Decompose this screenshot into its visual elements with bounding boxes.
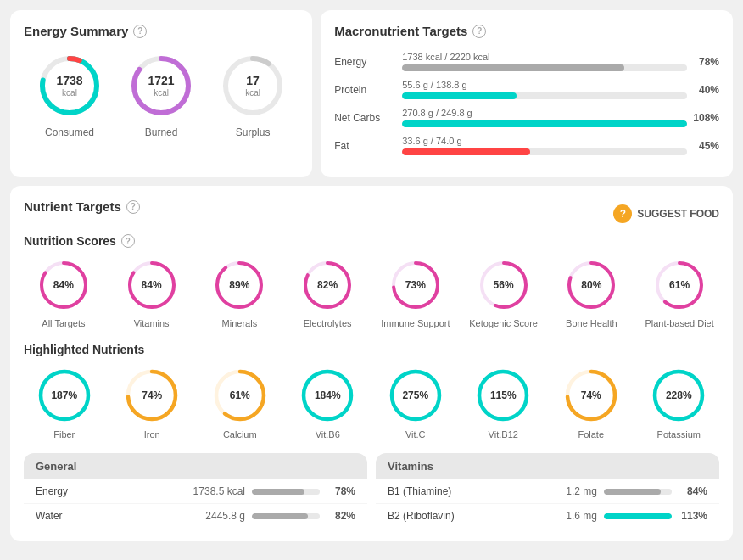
- highlight-pct: 115%: [490, 389, 517, 401]
- score-pct: 61%: [669, 279, 690, 291]
- score-pct: 80%: [581, 279, 601, 291]
- score-ring: 84%: [36, 258, 91, 312]
- scores-help-icon[interactable]: ?: [121, 234, 135, 248]
- highlight-pct: 74%: [581, 389, 601, 401]
- table-row: B2 (Riboflavin) 1.6 mg 113%: [376, 504, 719, 528]
- highlight-label: Fiber: [53, 429, 75, 440]
- surplus-value: 17 kcal: [245, 74, 260, 98]
- top-row: Energy Summary ? 1738 kcal: [10, 10, 733, 177]
- macro-rows: Energy 1738 kcal / 2220 kcal 78% Protein…: [334, 52, 719, 155]
- macro-row: Protein 55.6 g / 138.8 g 40%: [334, 80, 719, 99]
- macro-bar-track: [402, 148, 687, 155]
- score-ring: 56%: [477, 258, 531, 312]
- macro-values: 33.6 g / 74.0 g: [402, 136, 687, 146]
- highlight-label: Vit.B12: [489, 429, 518, 440]
- score-item: 56% Ketogenic Score: [464, 258, 544, 329]
- macro-bar-track: [402, 64, 687, 71]
- highlight-pct: 74%: [142, 389, 162, 401]
- macro-targets-title: Macronutrient Targets ?: [334, 24, 719, 38]
- consumed-value: 1738 kcal: [56, 74, 82, 98]
- general-table: General Energy 1738.5 kcal 78% Water 244…: [24, 453, 367, 528]
- highlight-pct: 275%: [402, 389, 428, 401]
- bottom-tables: General Energy 1738.5 kcal 78% Water 244…: [24, 453, 719, 528]
- nutrient-targets-card: Nutrient Targets ? ? SUGGEST FOOD Nutrit…: [10, 186, 733, 541]
- table-cell-bar: [252, 513, 320, 519]
- score-pct: 84%: [142, 279, 162, 291]
- burned-ring: 1721 kcal: [127, 52, 195, 120]
- nutrient-help-icon[interactable]: ?: [126, 200, 140, 214]
- table-cell-name: Water: [36, 510, 177, 522]
- consumed-item: 1738 kcal Consumed: [36, 52, 103, 138]
- macro-bar-area: 55.6 g / 138.8 g: [402, 80, 687, 99]
- score-ring: 61%: [652, 258, 707, 312]
- macro-pct: 108%: [687, 112, 719, 124]
- macro-values: 1738 kcal / 2220 kcal: [402, 52, 687, 62]
- highlight-item: 61% Calcium: [199, 367, 281, 440]
- macro-bar-fill: [402, 120, 687, 127]
- score-label: Bone Health: [566, 317, 617, 329]
- score-ring: 73%: [388, 258, 443, 312]
- macro-name: Energy: [334, 56, 402, 68]
- highlight-ring: 74%: [123, 367, 181, 424]
- energy-summary-title: Energy Summary ?: [24, 24, 299, 38]
- macro-bar-area: 1738 kcal / 2220 kcal: [402, 52, 687, 71]
- suggest-food-button[interactable]: ? SUGGEST FOOD: [613, 204, 719, 223]
- macro-targets-card: Macronutrient Targets ? Energy 1738 kcal…: [321, 10, 733, 177]
- highlight-ring: 115%: [474, 367, 532, 424]
- score-pct: 73%: [405, 279, 426, 291]
- highlight-ring: 61%: [211, 367, 269, 424]
- score-label: All Targets: [42, 317, 85, 329]
- score-ring: 82%: [300, 258, 355, 312]
- score-ring: 89%: [212, 258, 266, 312]
- highlight-pct: 184%: [315, 389, 341, 401]
- score-pct: 82%: [317, 279, 338, 291]
- score-label: Electrolytes: [304, 317, 352, 329]
- highlight-ring: 187%: [36, 367, 93, 424]
- energy-help-icon[interactable]: ?: [133, 25, 147, 38]
- suggest-icon: ?: [613, 204, 632, 223]
- surplus-item: 17 kcal Surplus: [219, 52, 287, 138]
- highlights-row: 187% Fiber 74% Iron 61% Calcium 184% Vit…: [24, 367, 719, 440]
- highlight-item: 115% Vit.B12: [463, 367, 545, 440]
- highlight-ring: 275%: [387, 367, 444, 424]
- table-bar-track: [252, 489, 320, 495]
- highlight-pct: 187%: [51, 389, 77, 401]
- score-item: 80% Bone Health: [552, 258, 632, 329]
- macro-pct: 78%: [687, 56, 719, 68]
- table-bar-fill: [252, 489, 304, 495]
- energy-summary-card: Energy Summary ? 1738 kcal: [10, 10, 312, 177]
- macro-name: Fat: [334, 140, 402, 152]
- score-item: 84% Vitamins: [112, 258, 192, 329]
- score-ring: 84%: [125, 258, 179, 312]
- highlight-label: Calcium: [223, 429, 257, 440]
- score-item: 84% All Targets: [24, 258, 103, 329]
- nutrient-header: Nutrient Targets ? ? SUGGEST FOOD: [24, 199, 719, 227]
- energy-circles: 1738 kcal Consumed 1721: [24, 52, 299, 138]
- macro-bar-fill: [402, 92, 516, 99]
- highlight-pct: 228%: [666, 389, 692, 401]
- macro-row: Energy 1738 kcal / 2220 kcal 78%: [334, 52, 719, 71]
- highlight-ring: 228%: [650, 367, 707, 424]
- vitamins-table: Vitamins B1 (Thiamine) 1.2 mg 84% B2 (Ri…: [376, 453, 719, 528]
- highlight-item: 74% Folate: [550, 367, 632, 440]
- score-ring: 80%: [564, 258, 618, 312]
- macro-bar-area: 270.8 g / 249.8 g: [402, 108, 687, 127]
- table-cell-pct: 113%: [679, 510, 707, 522]
- table-bar-track: [604, 513, 672, 519]
- score-item: 61% Plant-based Diet: [640, 258, 719, 329]
- score-item: 73% Immune Support: [376, 258, 455, 329]
- consumed-ring: 1738 kcal: [36, 52, 103, 120]
- highlight-label: Vit.B6: [316, 429, 340, 440]
- table-cell-value: 1.6 mg: [529, 510, 597, 522]
- highlight-label: Iron: [144, 429, 160, 440]
- table-bar-fill: [604, 489, 661, 495]
- main-container: Energy Summary ? 1738 kcal: [0, 0, 743, 552]
- highlight-item: 228% Potassium: [639, 367, 720, 440]
- highlight-label: Folate: [578, 429, 604, 440]
- vitamins-table-header: Vitamins: [376, 453, 719, 479]
- macro-pct: 45%: [687, 140, 719, 152]
- highlight-label: Potassium: [657, 429, 701, 440]
- highlight-ring: 184%: [299, 367, 356, 424]
- macro-help-icon[interactable]: ?: [472, 25, 486, 38]
- score-item: 82% Electrolytes: [288, 258, 367, 329]
